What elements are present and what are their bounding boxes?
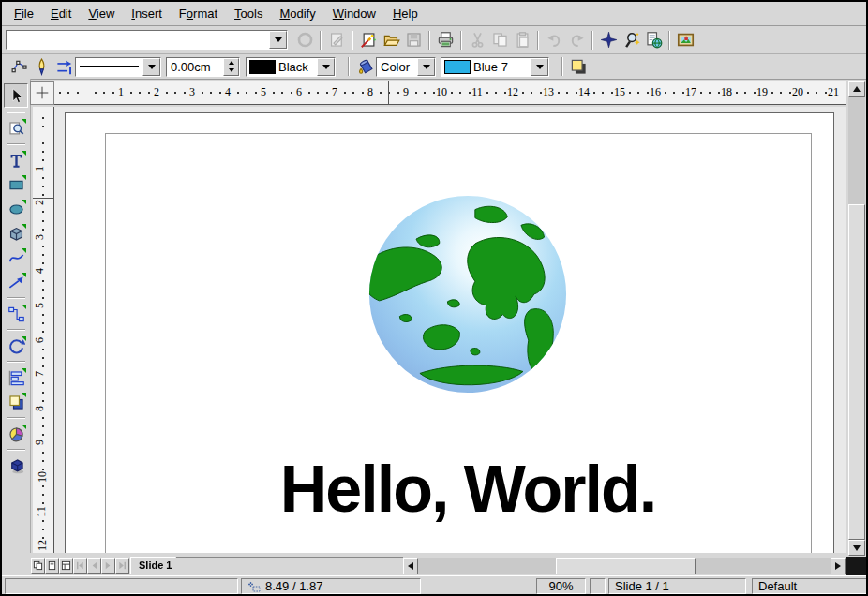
long-click-flag-icon (22, 393, 26, 397)
text-tool[interactable] (5, 149, 27, 171)
solid-line-preview (80, 66, 139, 67)
line-width-spinner[interactable]: 0.00cm (166, 57, 240, 77)
hyperlink-button[interactable] (642, 29, 665, 52)
ruler-tick (789, 92, 791, 94)
cut-button[interactable] (466, 29, 488, 52)
zoom-tool[interactable] (5, 117, 27, 140)
ruler-number: 5 (261, 85, 266, 99)
ruler-tick (148, 92, 150, 94)
previous-slide-button[interactable] (87, 558, 101, 574)
redo-button[interactable] (565, 29, 588, 52)
insert-object-tool[interactable] (5, 423, 27, 445)
page-mode-button[interactable] (31, 558, 45, 574)
menu-edit[interactable]: Edit (42, 4, 80, 23)
menu-window[interactable]: Window (324, 4, 384, 23)
edit-points-button[interactable] (7, 55, 30, 78)
rectangle-tool[interactable] (5, 173, 27, 196)
ruler-number: 6 (33, 337, 47, 343)
menu-file[interactable]: File (6, 4, 42, 23)
url-combo-box[interactable] (6, 30, 288, 50)
ruler-tick (42, 280, 44, 282)
arrange-tool[interactable] (5, 391, 27, 413)
ruler-number: 8 (33, 406, 47, 411)
fill-color-dropdown-button[interactable] (531, 58, 548, 76)
line-style-dropdown-button[interactable] (142, 58, 160, 76)
separator (352, 31, 353, 50)
area-dialog-button[interactable] (353, 55, 376, 78)
open-button[interactable] (380, 29, 402, 52)
select-tool[interactable] (4, 83, 28, 108)
menu-modify[interactable]: Modify (271, 4, 323, 23)
ruler-tick (308, 92, 310, 94)
first-slide-button[interactable] (73, 558, 87, 574)
ruler-tick (807, 92, 809, 94)
chevron-down-icon (536, 65, 544, 69)
fill-color-combo[interactable]: Blue 7 (441, 57, 549, 77)
ruler-tick (558, 92, 560, 94)
last-slide-button[interactable] (115, 558, 129, 574)
scroll-left-button[interactable] (403, 558, 418, 574)
copy-button[interactable] (488, 29, 511, 52)
menu-insert[interactable]: Insert (123, 4, 171, 23)
scroll-up-button[interactable] (848, 81, 865, 97)
scroll-right-button[interactable] (831, 558, 846, 574)
ruler-tick (611, 92, 613, 94)
new-document-button[interactable] (357, 29, 380, 52)
menu-tools[interactable]: Tools (226, 4, 271, 23)
long-click-flag-icon (22, 425, 26, 429)
slide-title-text[interactable]: Hello, World. (280, 452, 656, 527)
next-slide-button[interactable] (101, 558, 115, 574)
spin-up-button[interactable] (224, 59, 238, 67)
alignment-tool[interactable] (5, 366, 27, 389)
line-color-combo[interactable]: Black (246, 57, 336, 77)
navigator-button[interactable] (597, 29, 620, 52)
line-color-dropdown-button[interactable] (317, 58, 335, 76)
ruler-number: 16 (650, 85, 661, 99)
long-click-flag-icon (22, 224, 26, 229)
horizontal-scrollbar-track[interactable] (418, 558, 831, 574)
fill-type-dropdown-button[interactable] (417, 58, 435, 76)
globe-image[interactable] (367, 193, 569, 395)
scroll-down-button[interactable] (848, 540, 865, 556)
page-style-field[interactable]: Default (752, 578, 867, 594)
controller-3d-tool[interactable] (5, 454, 27, 477)
stop-button[interactable] (293, 29, 316, 52)
line-dialog-button[interactable] (30, 55, 52, 78)
shadow-button[interactable] (567, 55, 590, 78)
paste-button[interactable] (511, 29, 533, 52)
vertical-scrollbar-thumb[interactable] (848, 204, 865, 540)
edit-file-button[interactable] (325, 29, 348, 52)
function-buttons (293, 29, 696, 52)
connector-tool[interactable] (5, 303, 27, 325)
lines-arrows-tool[interactable] (5, 271, 27, 293)
rotate-tool[interactable] (5, 335, 27, 357)
url-input[interactable] (7, 31, 269, 49)
ruler-origin-button[interactable] (30, 81, 54, 105)
save-button[interactable] (402, 29, 425, 52)
arrow-down-icon (229, 68, 234, 72)
curve-tool[interactable] (5, 246, 27, 269)
line-style-combo[interactable] (75, 57, 161, 77)
menu-help[interactable]: Help (384, 4, 427, 23)
arrow-style-button[interactable] (52, 55, 75, 78)
zoom-magnify-icon (622, 31, 640, 49)
drawing-canvas[interactable]: Hello, World. (54, 107, 846, 553)
menu-format[interactable]: Format (171, 4, 226, 23)
master-mode-button[interactable] (45, 558, 59, 574)
gallery-button[interactable] (674, 29, 696, 52)
spin-down-button[interactable] (224, 67, 238, 75)
ruler-number: 8 (367, 85, 373, 99)
url-dropdown-button[interactable] (269, 31, 287, 49)
menu-view[interactable]: View (80, 4, 123, 23)
zoom-level-field[interactable]: 90% (536, 578, 586, 594)
fill-type-combo[interactable]: Color (376, 57, 436, 77)
zoom-button[interactable] (620, 29, 642, 52)
ellipse-tool[interactable] (5, 198, 27, 220)
print-button[interactable] (434, 29, 456, 52)
objects-3d-tool[interactable] (5, 222, 27, 245)
layer-mode-button[interactable] (59, 558, 73, 574)
ruler-tick (665, 92, 666, 94)
line-width-input[interactable]: 0.00cm (167, 58, 223, 76)
horizontal-scrollbar-thumb[interactable] (556, 558, 696, 574)
undo-button[interactable] (543, 29, 565, 52)
